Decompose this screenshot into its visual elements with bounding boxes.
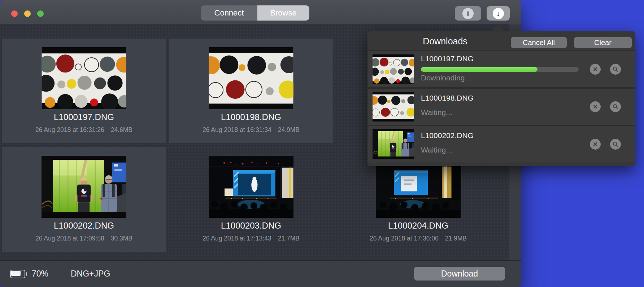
battery-icon	[10, 270, 29, 278]
reveal-file-button[interactable]	[610, 101, 621, 112]
download-status: Downloading...	[421, 74, 471, 82]
magnifier-icon	[613, 104, 618, 110]
x-icon: ✕	[593, 141, 598, 147]
photo-meta: 26 Aug 2018 at 17:09:5830.3MB	[2, 235, 166, 242]
downloads-popover: Downloads Cancel All Clear L1000197.DNG …	[367, 31, 635, 166]
photo-thumbnail	[42, 156, 126, 218]
status-bar: 70% DNG+JPG Download	[0, 260, 521, 287]
photo-size: 21.9MB	[445, 235, 467, 242]
photo-meta: 26 Aug 2018 at 16:31:2624.6MB	[2, 126, 166, 134]
photo-size: 24.6MB	[111, 126, 132, 133]
photo-thumbnail	[209, 156, 293, 218]
download-button[interactable]: Download	[414, 267, 505, 281]
popover-header: Downloads Cancel All Clear	[367, 31, 635, 50]
download-filename: L1000197.DNG	[421, 54, 474, 63]
close-window-button[interactable]	[11, 10, 18, 17]
cancel-download-button[interactable]: ✕	[590, 139, 601, 150]
title-bar: Connect Browse i ↓	[0, 0, 521, 24]
battery-level	[11, 271, 21, 276]
photo-item-l1000203[interactable]: L1000203.DNG 26 Aug 2018 at 17:13:4321.7…	[169, 147, 333, 252]
photo-size: 21.7MB	[278, 235, 300, 242]
photo-name: L1000202.DNG	[2, 221, 166, 231]
download-thumbnail	[373, 92, 414, 122]
magnifier-icon	[613, 141, 618, 147]
x-icon: ✕	[593, 66, 598, 72]
photo-size: 24.9MB	[278, 126, 300, 133]
download-thumbnail	[373, 54, 414, 84]
photo-date: 26 Aug 2018 at 16:31:26	[35, 126, 104, 133]
download-icon: ↓	[493, 8, 504, 19]
photo-date: 26 Aug 2018 at 17:36:06	[370, 235, 439, 242]
clear-button[interactable]: Clear	[574, 37, 632, 48]
window-controls	[11, 10, 44, 17]
battery-percent-label: 70%	[32, 269, 48, 279]
photo-item-l1000198[interactable]: L1000198.DNG 26 Aug 2018 at 16:31:3424.9…	[169, 39, 333, 143]
photo-name: L1000197.DNG	[2, 112, 166, 122]
photo-item-l1000202[interactable]: L1000202.DNG 26 Aug 2018 at 17:09:5830.3…	[2, 147, 166, 252]
downloads-button[interactable]: ↓	[487, 6, 510, 21]
photo-thumbnail	[42, 47, 126, 109]
download-row-l1000197: L1000197.DNG Downloading... ✕	[367, 51, 635, 87]
tab-connect[interactable]: Connect	[201, 5, 257, 21]
file-format-label: DNG+JPG	[71, 269, 110, 279]
photo-item-l1000197[interactable]: L1000197.DNG 26 Aug 2018 at 16:31:2624.6…	[2, 39, 166, 143]
reveal-file-button[interactable]	[610, 64, 621, 75]
photo-name: L1000204.DNG	[336, 221, 500, 231]
download-filename: L1000202.DNG	[421, 131, 474, 140]
download-row-l1000202: L1000202.DNG Waiting... ✕	[367, 126, 635, 162]
info-button[interactable]: i	[455, 6, 481, 21]
photo-meta: 26 Aug 2018 at 17:13:4321.7MB	[169, 235, 333, 242]
fullscreen-window-button[interactable]	[37, 10, 44, 17]
cancel-download-button[interactable]: ✕	[590, 64, 601, 75]
download-thumbnail	[373, 129, 414, 159]
minimize-window-button[interactable]	[24, 10, 31, 17]
photo-date: 26 Aug 2018 at 17:13:43	[203, 235, 271, 242]
popover-arrow	[491, 24, 506, 32]
reveal-file-button[interactable]	[610, 139, 621, 150]
info-icon: i	[462, 8, 474, 19]
x-icon: ✕	[593, 104, 598, 110]
download-status: Waiting...	[421, 146, 452, 154]
photo-thumbnail	[209, 47, 293, 109]
download-filename: L1000198.DNG	[421, 94, 474, 102]
photo-name: L1000203.DNG	[169, 221, 333, 231]
tab-browse[interactable]: Browse	[257, 5, 309, 21]
download-status: Waiting...	[421, 108, 452, 117]
progress-bar	[421, 67, 579, 72]
photo-date: 26 Aug 2018 at 16:31:34	[203, 126, 271, 133]
photo-meta: 26 Aug 2018 at 17:36:0621.9MB	[336, 235, 500, 242]
magnifier-icon	[613, 66, 618, 72]
photo-size: 30.3MB	[111, 235, 132, 242]
photo-name: L1000198.DNG	[169, 112, 333, 122]
view-mode-segmented-control: Connect Browse	[201, 5, 309, 21]
progress-fill	[421, 67, 538, 72]
download-row-l1000198: L1000198.DNG Waiting... ✕	[367, 89, 635, 125]
photo-meta: 26 Aug 2018 at 16:31:3424.9MB	[169, 126, 333, 134]
photo-date: 26 Aug 2018 at 17:09:58	[35, 235, 104, 242]
cancel-download-button[interactable]: ✕	[590, 101, 601, 112]
popover-title: Downloads	[402, 36, 488, 47]
cancel-all-button[interactable]: Cancel All	[511, 37, 567, 48]
